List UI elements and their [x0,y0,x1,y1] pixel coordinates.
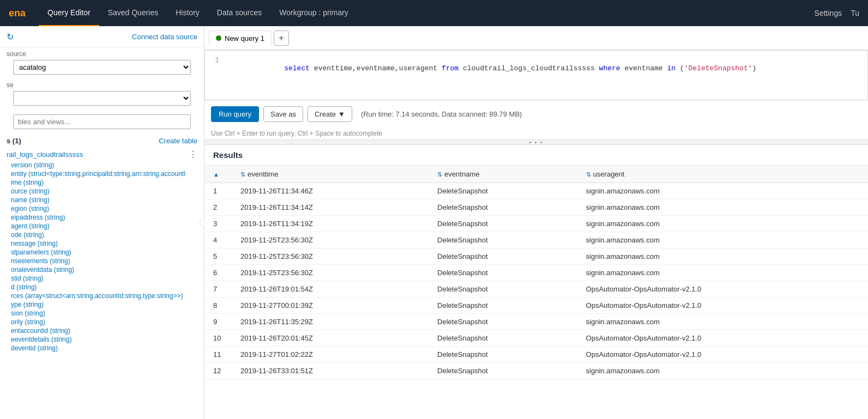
sidebar: ↻ Connect data source source acatalog se [0,26,204,419]
query-tab-label: New query 1 [225,34,264,42]
sidebar-column-item: eeventdetails (string) [0,335,204,344]
table-row: 1 2019-11-26T11:34:46Z DeleteSnapshot si… [204,183,868,199]
row-useragent: signin.amazonaws.com [577,199,868,216]
search-wrapper [0,110,204,133]
sidebar-column-item: nseelements (string) [0,257,204,265]
editor-wrapper: 1 select eventtime,eventname,useragent f… [204,50,868,140]
drag-handle[interactable]: • • • [204,140,868,144]
query-tabs-bar: New query 1 + [204,26,868,50]
code-editor[interactable]: 1 select eventtime,eventname,useragent f… [205,51,867,100]
sidebar-column-item: egion (string) [0,204,204,213]
line-number-1: 1 [205,56,225,64]
row-num: 11 [204,347,232,363]
top-nav: ena Query Editor Saved Queries History D… [0,0,868,26]
row-num: 9 [204,314,232,330]
sidebar-column-item: agent (string) [0,222,204,230]
row-useragent: OpsAutomator-OpsAutomator-v2.1.0 [577,347,868,363]
sidebar-column-item: only (string) [0,318,204,326]
row-useragent: OpsAutomator-OpsAutomator-v2.1.0 [577,297,868,314]
sidebar-table-item[interactable]: rail_logs_cloudtrailsssss ⋮ [0,148,204,161]
row-useragent: OpsAutomator-OpsAutomator-v2.1.0 [577,281,868,297]
row-eventtime: 2019-11-25T23:56:30Z [232,265,429,281]
sidebar-column-item: d (string) [0,283,204,292]
create-table-link[interactable]: Create table [159,137,197,145]
sidebar-column-item: nessage (string) [0,239,204,248]
row-useragent: signin.amazonaws.com [577,363,868,379]
row-eventtime: 2019-11-25T23:56:30Z [232,248,429,265]
col-header-useragent[interactable]: ⇅useragent [577,166,868,183]
row-eventtime: 2019-11-25T23:56:30Z [232,232,429,248]
table-row: 10 2019-11-26T20:01:45Z DeleteSnapshot O… [204,330,868,347]
table-row: 12 2019-11-26T33:01:51Z DeleteSnapshot s… [204,363,868,379]
row-eventtime: 2019-11-26T20:01:45Z [232,330,429,347]
refresh-icon[interactable]: ↻ [7,32,14,42]
code-line-1: 1 select eventtime,eventname,useragent f… [205,56,867,81]
sidebar-column-item: ode (string) [0,230,204,239]
nav-tab-query-editor[interactable]: Query Editor [39,0,99,26]
sidebar-column-item: sion (string) [0,309,204,318]
run-query-button[interactable]: Run query [211,106,259,122]
row-eventtime: 2019-11-27T00:01:39Z [232,297,429,314]
nav-tab-saved-queries[interactable]: Saved Queries [99,0,167,26]
query-tab-1[interactable]: New query 1 [209,31,272,46]
results-header: Results [204,145,868,166]
results-table-header-row: ▲ ⇅eventtime ⇅eventname ⇅useragent [204,166,868,183]
sidebar-column-item: entity (struct<type:string,principalId:s… [0,169,204,178]
create-dropdown-icon: ▼ [338,110,345,118]
row-eventname: DeleteSnapshot [429,216,577,232]
create-button[interactable]: Create ▼ [308,106,352,122]
row-eventname: DeleteSnapshot [429,183,577,199]
row-num: 7 [204,281,232,297]
sidebar-column-item: version (string) [0,161,204,169]
col-header-eventtime[interactable]: ⇅eventtime [232,166,429,183]
table-row: 7 2019-11-26T19:01:54Z DeleteSnapshot Op… [204,281,868,297]
table-row: 9 2019-11-26T11:35:29Z DeleteSnapshot si… [204,314,868,330]
table-row: 6 2019-11-25T23:56:30Z DeleteSnapshot si… [204,265,868,281]
table-row: 3 2019-11-26T11:34:19Z DeleteSnapshot si… [204,216,868,232]
row-num: 8 [204,297,232,314]
create-button-label: Create [315,110,336,118]
add-query-tab-button[interactable]: + [274,31,289,46]
row-eventname: DeleteSnapshot [429,248,577,265]
shortcut-hint: Use Ctrl + Enter to run query, Ctrl + Sp… [204,127,868,139]
results-table: ▲ ⇅eventtime ⇅eventname ⇅useragent 1 201… [204,166,868,379]
sidebar-column-item: onaleventdata (string) [0,265,204,274]
nav-tab-data-sources[interactable]: Data sources [208,0,270,26]
connect-data-source-link[interactable]: Connect data source [132,33,197,41]
row-eventtime: 2019-11-26T11:34:46Z [232,183,429,199]
results-container: Results ▲ ⇅eventtime ⇅eventname ⇅userage… [204,144,868,419]
main-layout: ↻ Connect data source source acatalog se [0,26,868,419]
row-useragent: signin.amazonaws.com [577,232,868,248]
row-num: 3 [204,216,232,232]
save-as-button[interactable]: Save as [263,106,303,122]
table-row: 11 2019-11-27T01:02:22Z DeleteSnapshot O… [204,347,868,363]
row-eventname: DeleteSnapshot [429,232,577,248]
col-header-eventname[interactable]: ⇅eventname [429,166,577,183]
nav-tab-history[interactable]: History [167,0,208,26]
col-header-num[interactable]: ▲ [204,166,232,183]
user-avatar[interactable]: Tu [851,9,859,17]
settings-link[interactable]: Settings [815,9,842,17]
row-num: 1 [204,183,232,199]
run-info: (Run time: 7.14 seconds, Data scanned: 8… [361,110,522,118]
sidebar-column-item: stid (string) [0,274,204,283]
app-logo: ena [9,8,26,19]
sidebar-source-section: source acatalog [0,48,204,79]
row-num: 2 [204,199,232,216]
table-search-input[interactable] [13,114,191,129]
sidebar-column-item: deventid (string) [0,344,204,353]
source-label: source [0,48,204,59]
sidebar-column-item: ime (string) [0,178,204,187]
editor-area: New query 1 + 1 select eventtime,eventna… [204,26,868,419]
nav-tab-workgroup[interactable]: Workgroup : primary [270,0,357,26]
row-num: 10 [204,330,232,347]
table-options-icon[interactable]: ⋮ [189,149,197,160]
row-eventname: DeleteSnapshot [429,330,577,347]
nav-right: Settings Tu [815,9,868,17]
columns-list: version (string)entity (struct<type:stri… [0,161,204,353]
database-select[interactable] [13,91,191,106]
row-useragent: signin.amazonaws.com [577,216,868,232]
catalog-select[interactable]: acatalog [13,60,191,75]
row-useragent: signin.amazonaws.com [577,248,868,265]
table-row: 4 2019-11-25T23:56:30Z DeleteSnapshot si… [204,232,868,248]
